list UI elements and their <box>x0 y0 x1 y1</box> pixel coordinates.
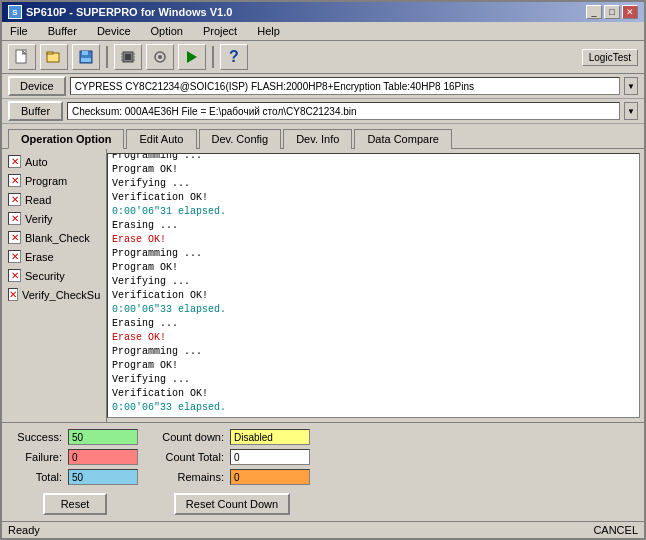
op-blank-check-checkbox[interactable]: ✕ <box>8 231 21 244</box>
tab-edit-auto[interactable]: Edit Auto <box>126 129 196 149</box>
log-line: Erasing ... <box>112 317 635 331</box>
op-read-checkbox[interactable]: ✕ <box>8 193 21 206</box>
stat-row-total: Total: 50 <box>12 469 138 485</box>
op-auto-label: Auto <box>25 156 48 168</box>
log-line: Verification OK! <box>112 387 635 401</box>
log-line: Programming ... <box>112 247 635 261</box>
op-program[interactable]: ✕ Program <box>6 172 102 189</box>
op-verify-checkbox[interactable]: ✕ <box>8 212 21 225</box>
stats-right: Count down: Disabled Count Total: 0 Rema… <box>154 429 310 515</box>
buffer-row: Buffer Checksum: 000A4E36H File = E:\раб… <box>2 99 644 124</box>
menu-option[interactable]: Option <box>147 24 187 38</box>
tab-dev-config[interactable]: Dev. Config <box>199 129 282 149</box>
log-line: Programming ... <box>112 153 635 163</box>
stats-left: Success: 50 Failure: 0 Total: 50 Reset <box>12 429 138 515</box>
count-total-value: 0 <box>230 449 310 465</box>
menu-bar: File Buffer Device Option Project Help <box>2 22 644 41</box>
failure-label: Failure: <box>12 451 62 463</box>
svg-point-15 <box>158 55 162 59</box>
buffer-value: Checksum: 000A4E36H File = E:\рабочий ст… <box>67 102 620 120</box>
log-line: Verifying ... <box>112 177 635 191</box>
stat-row-count-total: Count Total: 0 <box>154 449 310 465</box>
device-value: CYPRESS CY8C21234@SOIC16(ISP) FLASH:2000… <box>70 77 620 95</box>
toolbar-new-button[interactable] <box>8 44 36 70</box>
minimize-button[interactable]: _ <box>586 5 602 19</box>
tabs-area: Operation Option Edit Auto Dev. Config D… <box>2 124 644 148</box>
op-verify[interactable]: ✕ Verify <box>6 210 102 227</box>
buffer-button[interactable]: Buffer <box>8 101 63 121</box>
status-bar: Ready CANCEL <box>2 521 644 538</box>
toolbar-chip-button[interactable] <box>114 44 142 70</box>
stat-row-success: Success: 50 <box>12 429 138 445</box>
tab-dev-info[interactable]: Dev. Info <box>283 129 352 149</box>
status-text: Ready <box>8 524 40 536</box>
maximize-button[interactable]: □ <box>604 5 620 19</box>
remains-value: 0 <box>230 469 310 485</box>
op-erase[interactable]: ✕ Erase <box>6 248 102 265</box>
main-window: S SP610P - SUPERPRO for Windows V1.0 _ □… <box>0 0 646 540</box>
device-row: Device CYPRESS CY8C21234@SOIC16(ISP) FLA… <box>2 74 644 99</box>
log-line: Program OK! <box>112 261 635 275</box>
log-line: Erasing ... <box>112 219 635 233</box>
log-line: Program OK! <box>112 359 635 373</box>
op-program-checkbox[interactable]: ✕ <box>8 174 21 187</box>
toolbar-open-button[interactable] <box>40 44 68 70</box>
buffer-dropdown[interactable]: ▼ <box>624 102 638 120</box>
close-button[interactable]: ✕ <box>622 5 638 19</box>
op-verify-label: Verify <box>25 213 53 225</box>
menu-device[interactable]: Device <box>93 24 135 38</box>
title-bar-left: S SP610P - SUPERPRO for Windows V1.0 <box>8 5 232 19</box>
op-security-label: Security <box>25 270 65 282</box>
op-erase-checkbox[interactable]: ✕ <box>8 250 21 263</box>
log-line: 0:00'06"31 elapsed. <box>112 205 635 219</box>
menu-buffer[interactable]: Buffer <box>44 24 81 38</box>
op-verify-checksum-label: Verify_CheckSu <box>22 289 100 301</box>
stat-row-remains: Remains: 0 <box>154 469 310 485</box>
svg-rect-2 <box>47 52 53 54</box>
log-area[interactable]: Verifying ...Verification OK!0:00'06"31 … <box>107 153 640 418</box>
op-auto[interactable]: ✕ Auto <box>6 153 102 170</box>
log-line: Verifying ... <box>112 275 635 289</box>
reset-button[interactable]: Reset <box>43 493 108 515</box>
device-dropdown[interactable]: ▼ <box>624 77 638 95</box>
op-verify-checksum-checkbox[interactable]: ✕ <box>8 288 18 301</box>
reset-count-down-button[interactable]: Reset Count Down <box>174 493 290 515</box>
menu-file[interactable]: File <box>6 24 32 38</box>
op-blank-check-label: Blank_Check <box>25 232 90 244</box>
log-line: 0:00'06"33 elapsed. <box>112 303 635 317</box>
stat-row-failure: Failure: 0 <box>12 449 138 465</box>
operations-panel: ✕ Auto ✕ Program ✕ Read ✕ Verify ✕ Blank… <box>2 149 107 422</box>
toolbar-run-button[interactable] <box>178 44 206 70</box>
toolbar-help-button[interactable]: ? <box>220 44 248 70</box>
op-security[interactable]: ✕ Security <box>6 267 102 284</box>
toolbar-separator-1 <box>106 46 108 68</box>
op-read[interactable]: ✕ Read <box>6 191 102 208</box>
count-total-label: Count Total: <box>154 451 224 463</box>
tab-operation-option[interactable]: Operation Option <box>8 129 124 149</box>
main-content: ✕ Auto ✕ Program ✕ Read ✕ Verify ✕ Blank… <box>2 148 644 422</box>
window-title: SP610P - SUPERPRO for Windows V1.0 <box>26 6 232 18</box>
op-blank-check[interactable]: ✕ Blank_Check <box>6 229 102 246</box>
logic-test-button[interactable]: LogicTest <box>582 49 638 66</box>
menu-help[interactable]: Help <box>253 24 284 38</box>
svg-rect-4 <box>82 51 88 55</box>
stat-row-countdown: Count down: Disabled <box>154 429 310 445</box>
success-label: Success: <box>12 431 62 443</box>
log-line: Erase OK! <box>112 331 635 345</box>
device-button[interactable]: Device <box>8 76 66 96</box>
stats-bar: Success: 50 Failure: 0 Total: 50 Reset C… <box>2 422 644 521</box>
cancel-button[interactable]: CANCEL <box>593 524 638 536</box>
remains-label: Remains: <box>154 471 224 483</box>
tab-data-compare[interactable]: Data Compare <box>354 129 452 149</box>
toolbar-settings-button[interactable] <box>146 44 174 70</box>
toolbar-separator-2 <box>212 46 214 68</box>
toolbar: ? LogicTest <box>2 41 644 74</box>
menu-project[interactable]: Project <box>199 24 241 38</box>
toolbar-save-button[interactable] <box>72 44 100 70</box>
op-auto-checkbox[interactable]: ✕ <box>8 155 21 168</box>
log-line: Verification OK! <box>112 191 635 205</box>
success-value: 50 <box>68 429 138 445</box>
log-line: 0:00'06"33 elapsed. <box>112 401 635 415</box>
op-security-checkbox[interactable]: ✕ <box>8 269 21 282</box>
op-verify-checksum[interactable]: ✕ Verify_CheckSu <box>6 286 102 303</box>
